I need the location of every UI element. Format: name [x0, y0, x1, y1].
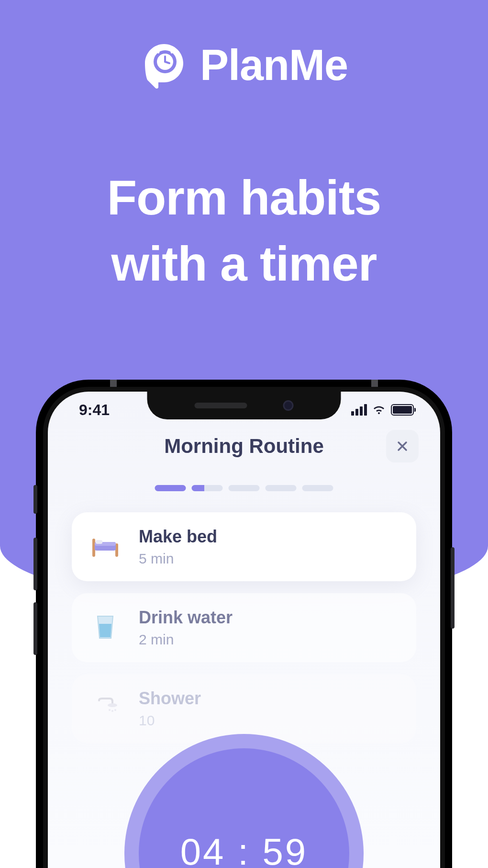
task-duration: 5 min — [139, 551, 217, 567]
timer-countdown: 04 : 59 — [180, 830, 308, 868]
svg-rect-6 — [96, 540, 102, 544]
battery-icon — [391, 404, 414, 416]
brand-name: PlanMe — [200, 41, 348, 90]
task-duration: 2 min — [139, 631, 233, 648]
progress-segment — [155, 485, 186, 491]
svg-point-9 — [111, 710, 113, 712]
svg-line-3 — [165, 62, 169, 63]
progress-segment — [266, 485, 297, 491]
headline-line: Form habits — [0, 165, 488, 231]
phone-mockup: 9:41 Morning Routine — [36, 380, 452, 868]
svg-point-8 — [109, 709, 111, 711]
task-card[interactable]: Drink water 2 min — [72, 593, 416, 662]
svg-point-7 — [108, 703, 117, 707]
phone-screen: 9:41 Morning Routine — [48, 392, 440, 868]
planme-logo-icon — [140, 42, 188, 90]
water-glass-icon — [89, 611, 122, 644]
app-header: Morning Routine — [48, 435, 440, 458]
progress-segment — [302, 485, 333, 491]
screen-title: Morning Routine — [164, 435, 324, 458]
close-icon — [396, 440, 409, 453]
task-title: Make bed — [139, 527, 217, 547]
bed-icon — [89, 530, 122, 564]
task-card[interactable]: Shower 10 — [72, 674, 416, 743]
brand-row: PlanMe — [0, 41, 488, 90]
phone-notch — [147, 392, 341, 419]
task-duration: 10 — [139, 712, 201, 729]
marketing-headline: Form habits with a timer — [0, 165, 488, 297]
task-card[interactable]: Make bed 5 min — [72, 512, 416, 581]
progress-segment — [192, 485, 223, 491]
shower-icon — [89, 692, 122, 725]
timer-widget[interactable]: 04 : 59 5 min — [124, 734, 364, 868]
close-button[interactable] — [386, 430, 419, 462]
task-list: Make bed 5 min Drink water 2 min — [48, 512, 440, 755]
status-time: 9:41 — [79, 401, 110, 419]
headline-line: with a timer — [0, 231, 488, 297]
progress-segment — [229, 485, 260, 491]
wifi-icon — [372, 405, 386, 415]
cellular-signal-icon — [351, 404, 367, 416]
task-title: Shower — [139, 688, 201, 709]
svg-point-10 — [114, 709, 116, 711]
progress-indicator — [155, 485, 333, 491]
task-title: Drink water — [139, 608, 233, 628]
